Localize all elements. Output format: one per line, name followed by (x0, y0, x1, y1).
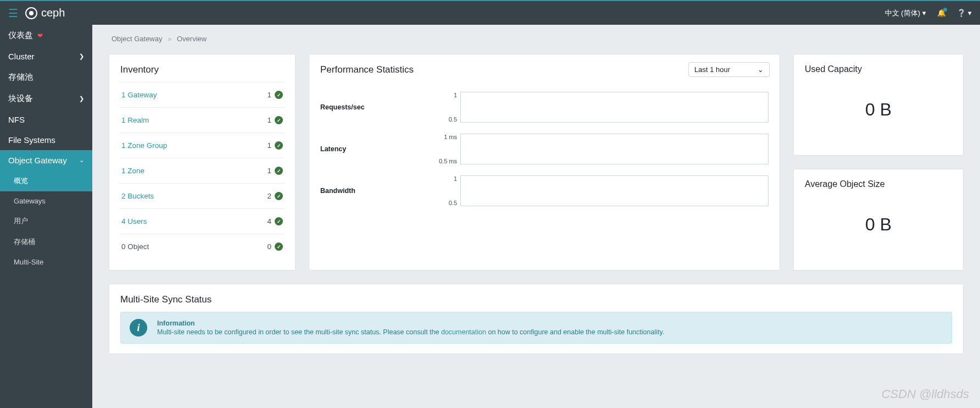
sidebar-item-label: Object Gateway (8, 156, 67, 165)
notification-dot-icon (943, 8, 947, 12)
sidebar: 仪表盘 ❤ Cluster ❯ 存储池 块设备 ❯ NFS File Syste… (0, 25, 92, 408)
inventory-row: 1 Zone 1 ✓ (120, 158, 284, 183)
performance-metric-row: Requests/sec 10.5 (320, 92, 769, 123)
svg-point-1 (29, 11, 34, 15)
hamburger-icon[interactable]: ☰ (8, 7, 18, 20)
inventory-label[interactable]: 2 Buckets (121, 192, 154, 200)
inventory-count: 0 ✓ (267, 242, 283, 251)
sidebar-item-cluster[interactable]: Cluster ❯ (0, 46, 92, 67)
inventory-row: 2 Buckets 2 ✓ (120, 183, 284, 208)
avg-object-size-card: Average Object Size 0 B (793, 169, 964, 271)
sidebar-item-label: 存储桶 (14, 238, 35, 246)
sidebar-item-nfs[interactable]: NFS (0, 109, 92, 130)
metric-label: Bandwidth (320, 187, 436, 195)
sidebar-subitem-gateways[interactable]: Gateways (0, 191, 92, 211)
sidebar-subitem-users[interactable]: 用户 (0, 211, 92, 231)
breadcrumb-current: Overview (177, 35, 207, 43)
language-selector[interactable]: 中文 (简体) ▾ (885, 8, 926, 18)
inventory-label: 0 Object (121, 242, 149, 251)
sidebar-item-label: Cluster (8, 52, 35, 61)
language-label: 中文 (简体) (885, 8, 920, 18)
sync-status-card: Multi-Site Sync Status i Information Mul… (109, 284, 964, 354)
time-range-label: Last 1 hour (694, 65, 730, 74)
help-icon: ❔ (957, 9, 966, 17)
used-capacity-title: Used Capacity (805, 64, 952, 74)
check-circle-icon: ✓ (275, 192, 283, 200)
caret-down-icon: ▾ (968, 9, 972, 17)
performance-metric-row: Latency 1 ms0.5 ms (320, 134, 769, 164)
info-title: Information (157, 319, 664, 327)
inventory-count: 2 ✓ (267, 192, 283, 200)
notifications-button[interactable]: 🔔 (937, 9, 946, 17)
check-circle-icon: ✓ (275, 116, 283, 124)
inventory-row: 1 Gateway 1 ✓ (120, 82, 284, 107)
inventory-count: 1 ✓ (267, 91, 283, 99)
inventory-label[interactable]: 1 Gateway (121, 91, 157, 99)
metric-label: Latency (320, 145, 436, 153)
breadcrumb-root[interactable]: Object Gateway (112, 35, 163, 43)
chevron-right-icon: ❯ (79, 95, 84, 102)
sidebar-item-pools[interactable]: 存储池 (0, 67, 92, 88)
sidebar-item-dashboard[interactable]: 仪表盘 ❤ (0, 25, 92, 46)
inventory-row: 0 Object 0 ✓ (120, 234, 284, 259)
inventory-count: 1 ✓ (267, 141, 283, 150)
brand-logo[interactable]: ceph (25, 7, 65, 20)
inventory-count: 1 ✓ (267, 116, 283, 124)
sidebar-subitem-multisite[interactable]: Multi-Site (0, 252, 92, 272)
inventory-count: 1 ✓ (267, 167, 283, 175)
sidebar-item-label: Multi-Site (14, 258, 43, 266)
info-message: Multi-site needs to be configured in ord… (157, 328, 664, 336)
chevron-down-icon: ⌄ (758, 65, 764, 74)
avg-object-size-value: 0 B (805, 189, 952, 260)
sidebar-item-label: 存储池 (8, 72, 33, 82)
performance-metric-row: Bandwidth 10.5 (320, 175, 769, 206)
metric-chart (460, 175, 769, 206)
sidebar-item-label: NFS (8, 115, 25, 124)
inventory-label[interactable]: 1 Realm (121, 116, 149, 124)
caret-down-icon: ▾ (922, 9, 926, 17)
sidebar-item-object-gateway[interactable]: Object Gateway ⌄ (0, 150, 92, 170)
sidebar-item-label: 块设备 (8, 93, 33, 104)
ceph-logo-icon (25, 7, 38, 20)
sync-status-title: Multi-Site Sync Status (120, 294, 952, 305)
metric-chart (460, 134, 769, 164)
chevron-right-icon: ❯ (79, 53, 84, 60)
check-circle-icon: ✓ (275, 167, 283, 175)
sidebar-item-label: 仪表盘 (8, 30, 33, 41)
sidebar-item-label: Gateways (14, 197, 46, 205)
inventory-label[interactable]: 1 Zone (121, 167, 144, 175)
used-capacity-value: 0 B (805, 74, 952, 145)
inventory-row: 1 Zone Group 1 ✓ (120, 133, 284, 158)
check-circle-icon: ✓ (275, 91, 283, 99)
sidebar-item-block[interactable]: 块设备 ❯ (0, 88, 92, 109)
inventory-row: 1 Realm 1 ✓ (120, 107, 284, 133)
breadcrumb-separator-icon: » (168, 35, 171, 43)
breadcrumb: Object Gateway » Overview (109, 35, 964, 43)
sidebar-item-label: File Systems (8, 135, 55, 145)
metric-chart (460, 92, 769, 123)
documentation-link[interactable]: documentation (441, 328, 486, 336)
metric-ticks: 10.5 (436, 92, 460, 123)
time-range-select[interactable]: Last 1 hour ⌄ (688, 62, 770, 77)
sidebar-item-label: 概览 (14, 177, 28, 185)
info-icon: i (130, 319, 147, 337)
inventory-label[interactable]: 1 Zone Group (121, 141, 167, 150)
performance-card: Performance Statistics Last 1 hour ⌄ Req… (309, 54, 780, 271)
used-capacity-card: Used Capacity 0 B (793, 54, 964, 156)
inventory-card: Inventory 1 Gateway 1 ✓ 1 Realm 1 ✓ 1 Zo… (109, 54, 296, 271)
chevron-down-icon: ⌄ (79, 157, 84, 164)
help-button[interactable]: ❔ ▾ (957, 9, 972, 17)
metric-ticks: 1 ms0.5 ms (436, 134, 460, 164)
check-circle-icon: ✓ (275, 217, 283, 225)
sidebar-item-label: 用户 (14, 217, 28, 225)
brand-name: ceph (41, 7, 65, 19)
heart-icon: ❤ (37, 32, 43, 40)
metric-ticks: 10.5 (436, 175, 460, 206)
check-circle-icon: ✓ (275, 141, 283, 150)
sidebar-item-filesystems[interactable]: File Systems (0, 130, 92, 150)
sidebar-subitem-overview[interactable]: 概览 (0, 170, 92, 191)
inventory-title: Inventory (120, 64, 284, 75)
check-circle-icon: ✓ (275, 242, 283, 251)
sidebar-subitem-buckets[interactable]: 存储桶 (0, 231, 92, 252)
inventory-label[interactable]: 4 Users (121, 217, 147, 225)
